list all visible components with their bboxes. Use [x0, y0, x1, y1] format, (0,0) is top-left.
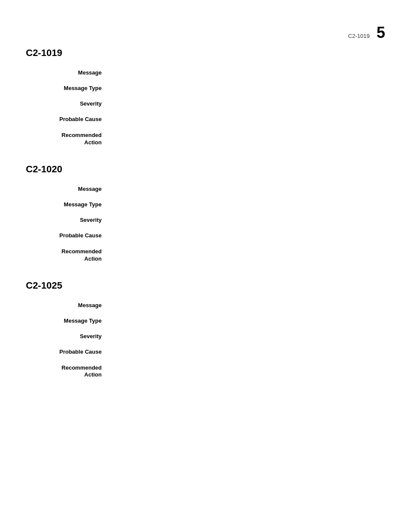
field-label-recommendedaction-1025: RecommendedAction: [26, 364, 112, 379]
field-value-recommendedaction-1020: [112, 247, 385, 263]
field-row-messagetype-1019: Message Type: [26, 84, 385, 93]
field-value-severity-1020: [112, 216, 385, 225]
page-header: C2-1019 5: [348, 24, 385, 42]
field-value-messagetype-1025: [112, 317, 385, 326]
field-value-recommendedaction-1025: [112, 364, 385, 379]
field-value-probablecause-1020: [112, 232, 385, 240]
field-row-probablecause-1020: Probable Cause: [26, 232, 385, 240]
field-label-severity-1019: Severity: [26, 100, 112, 109]
field-value-probablecause-1025: [112, 348, 385, 357]
section-c2-1020: C2-1020 Message Message Type Severity Pr…: [26, 164, 385, 263]
field-row-message-1019: Message: [26, 69, 385, 78]
field-value-probablecause-1019: [112, 115, 385, 124]
field-row-probablecause-1019: Probable Cause: [26, 115, 385, 124]
header-page-number: 5: [377, 24, 385, 42]
field-label-messagetype-1020: Message Type: [26, 201, 112, 209]
section-title-c2-1019: C2-1019: [26, 47, 385, 59]
field-row-severity-1020: Severity: [26, 216, 385, 225]
field-row-message-1025: Message: [26, 302, 385, 310]
field-label-messagetype-1019: Message Type: [26, 84, 112, 93]
field-value-severity-1019: [112, 100, 385, 109]
field-row-message-1020: Message: [26, 185, 385, 194]
field-label-messagetype-1025: Message Type: [26, 317, 112, 326]
section-c2-1025: C2-1025 Message Message Type Severity Pr…: [26, 280, 385, 379]
field-label-probablecause-1020: Probable Cause: [26, 232, 112, 240]
field-row-messagetype-1025: Message Type: [26, 317, 385, 326]
field-row-recommendedaction-1019: RecommendedAction: [26, 131, 385, 146]
field-label-severity-1020: Severity: [26, 216, 112, 225]
field-value-recommendedaction-1019: [112, 131, 385, 146]
field-label-message-1025: Message: [26, 302, 112, 310]
field-row-severity-1019: Severity: [26, 100, 385, 109]
field-label-probablecause-1019: Probable Cause: [26, 115, 112, 124]
section-title-c2-1025: C2-1025: [26, 280, 385, 291]
header-code: C2-1019: [348, 33, 370, 39]
field-value-message-1020: [112, 185, 385, 194]
field-row-recommendedaction-1020: RecommendedAction: [26, 247, 385, 263]
field-value-message-1025: [112, 302, 385, 310]
field-label-recommendedaction-1020: RecommendedAction: [26, 247, 112, 263]
field-value-messagetype-1020: [112, 201, 385, 209]
field-value-message-1019: [112, 69, 385, 78]
field-row-messagetype-1020: Message Type: [26, 201, 385, 209]
field-label-message-1020: Message: [26, 185, 112, 194]
main-content: C2-1019 Message Message Type Severity Pr…: [0, 0, 411, 422]
field-label-probablecause-1025: Probable Cause: [26, 348, 112, 357]
field-label-message-1019: Message: [26, 69, 112, 78]
section-c2-1019: C2-1019 Message Message Type Severity Pr…: [26, 47, 385, 146]
field-label-recommendedaction-1019: RecommendedAction: [26, 131, 112, 146]
field-row-recommendedaction-1025: RecommendedAction: [26, 364, 385, 379]
section-title-c2-1020: C2-1020: [26, 164, 385, 175]
field-value-messagetype-1019: [112, 84, 385, 93]
field-row-severity-1025: Severity: [26, 333, 385, 341]
field-row-probablecause-1025: Probable Cause: [26, 348, 385, 357]
field-value-severity-1025: [112, 333, 385, 341]
field-label-severity-1025: Severity: [26, 333, 112, 341]
